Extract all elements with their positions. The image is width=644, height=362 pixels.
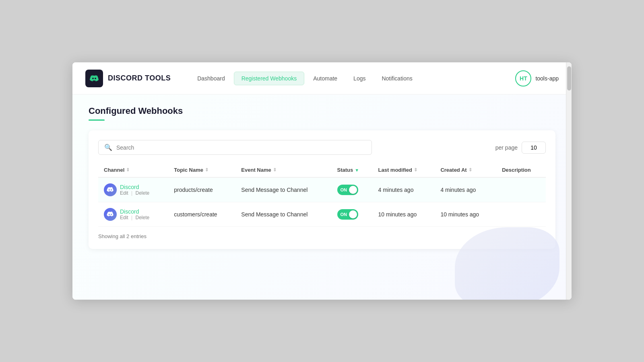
table-container: 🔍 per page 10 Channel ⇕ [89,130,555,249]
row1-description [496,177,546,202]
col-channel: Channel ⇕ [98,163,168,177]
main-content: Configured Webhooks 🔍 per page 10 [72,95,572,300]
logo-area: DISCORD TOOLS [85,70,171,87]
user-area: HT tools-app [515,70,559,86]
app-logo-icon [85,70,103,87]
row1-edit-link[interactable]: Edit [120,190,128,196]
nav-notifications[interactable]: Notifications [374,72,419,85]
row2-description [496,202,546,227]
row1-toggle[interactable]: ON [337,185,358,195]
scrollbar-thumb[interactable] [567,66,571,90]
col-last-modified: Last modified ⇕ [373,163,435,177]
row2-event: Send Message to Channel [235,202,331,227]
discord-icon [104,183,117,196]
sort-status-icon[interactable]: ▼ [355,168,359,173]
webhooks-table: Channel ⇕ Topic Name ⇕ E [98,163,546,227]
per-page-input[interactable]: 10 [522,142,546,154]
main-nav: Dashboard Registered Webhooks Automate L… [190,72,515,85]
sort-modified-icon[interactable]: ⇕ [414,167,417,173]
row2-toggle-knob [349,210,357,218]
app-title: DISCORD TOOLS [108,74,171,82]
row1-actions: Edit | Delete [120,190,149,196]
scrollbar[interactable] [566,62,572,300]
header: DISCORD TOOLS Dashboard Registered Webho… [72,62,572,95]
row2-topic: customers/create [168,202,235,227]
sort-event-icon[interactable]: ⇕ [273,167,277,173]
per-page-label: per page [495,144,518,151]
row1-status: ON [332,177,373,202]
nav-logs[interactable]: Logs [346,72,373,85]
col-created-at: Created At ⇕ [435,163,496,177]
row2-toggle[interactable]: ON [337,209,358,220]
row2-created-at: 10 minutes ago [435,202,496,227]
row2-last-modified: 10 minutes ago [373,202,435,227]
table-footer: Showing all 2 entries [98,233,546,239]
col-event-name: Event Name ⇕ [235,163,331,177]
row2-channel: Discord Edit | Delete [98,202,168,227]
nav-dashboard[interactable]: Dashboard [190,72,232,85]
row2-delete-link[interactable]: Delete [136,215,150,220]
sort-created-icon[interactable]: ⇕ [469,167,472,173]
row1-last-modified: 4 minutes ago [373,177,435,202]
sort-channel-icon[interactable]: ⇕ [126,167,130,173]
nav-registered-webhooks[interactable]: Registered Webhooks [234,72,304,85]
page-title-area: Configured Webhooks [89,106,555,121]
col-description: Description [496,163,546,177]
per-page-area: per page 10 [495,142,546,154]
page-title: Configured Webhooks [89,106,555,116]
row2-edit-link[interactable]: Edit [120,215,128,220]
search-icon: 🔍 [104,144,112,151]
search-box[interactable]: 🔍 [98,140,372,155]
row1-event: Send Message to Channel [235,177,331,202]
sort-topic-icon[interactable]: ⇕ [205,167,208,173]
row1-toggle-knob [349,186,357,194]
row2-actions: Edit | Delete [120,215,149,220]
row1-created-at: 4 minutes ago [435,177,496,202]
col-status: Status ▼ [332,163,373,177]
entries-count: Showing all 2 entries [98,233,147,239]
discord-icon-2 [104,208,117,221]
user-avatar[interactable]: HT [515,70,531,86]
table-header-row: Channel ⇕ Topic Name ⇕ E [98,163,546,177]
table-row: Discord Edit | Delete customers/create [98,202,546,227]
row1-topic: products/create [168,177,235,202]
search-input[interactable] [116,144,366,151]
row2-status: ON [332,202,373,227]
user-name: tools-app [535,75,559,82]
row1-delete-link[interactable]: Delete [136,190,150,196]
col-topic-name: Topic Name ⇕ [168,163,235,177]
row1-channel: Discord Edit | Delete [98,177,168,202]
table-row: Discord Edit | Delete products/create [98,177,546,202]
title-underline [89,119,105,121]
nav-automate[interactable]: Automate [306,72,345,85]
table-toolbar: 🔍 per page 10 [98,140,546,155]
